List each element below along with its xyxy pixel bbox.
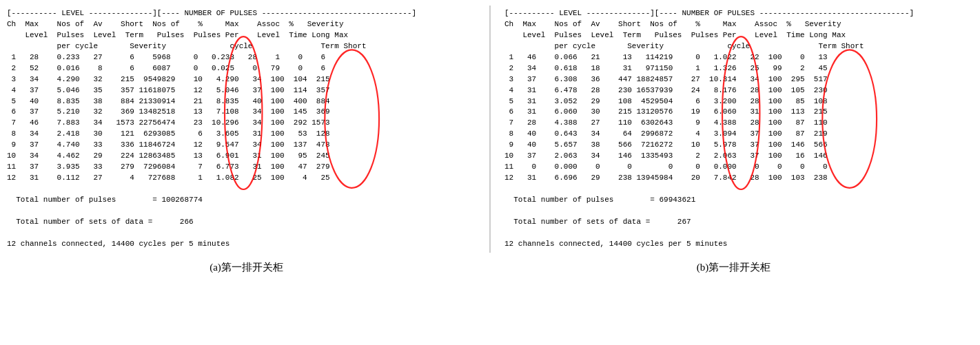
panel-a-col-header1: Ch Max Nos of Av Short Nos of % Max Asso…: [7, 20, 343, 28]
panel-b-row-8: 8 40 0.643 34 64 2996872 4 3.094 37 100 …: [504, 129, 828, 138]
caption-row: (a)第一排开关柜 (b)第一排开关柜: [3, 261, 977, 274]
panel-b-col-header3: per cycle Severity cycle Term Short: [504, 42, 864, 50]
panel-b: [---------- LEVEL --------------][---- N…: [500, 6, 977, 253]
panel-a-col-header2: Level Pulses Level Term Pulses Pulses Pe…: [7, 31, 348, 39]
panel-b-col-header1: Ch Max Nos of Av Short Nos of % Max Asso…: [504, 20, 841, 28]
panel-a-row-6: 6 37 5.210 32 369 13482518 13 7.108 34 1…: [7, 107, 330, 116]
panel-b-row-6: 6 31 6.060 30 215 13120576 19 6.060 31 1…: [504, 107, 828, 116]
panel-b-row-12: 12 31 6.696 29 238 13945984 20 7.842 28 …: [504, 174, 828, 182]
panel-a-row-7: 7 46 7.883 34 1573 22756474 23 10.296 34…: [7, 118, 330, 127]
panel-a-row-8: 8 34 2.418 30 121 6293085 6 3.605 31 100…: [7, 129, 330, 138]
panel-b-footer: 12 channels connected, 14400 cycles per …: [504, 240, 727, 248]
panel-a-row-2: 2 52 0.016 8 6 6087 0 0.025 0 79 0 6: [7, 64, 325, 72]
caption-a: (a)第一排开关柜: [3, 261, 490, 274]
panel-b-row-3: 3 37 6.308 36 447 18824857 27 10.314 34 …: [504, 75, 828, 83]
panel-a-footer: 12 channels connected, 14400 cycles per …: [7, 240, 229, 248]
caption-b: (b)第一排开关柜: [490, 261, 977, 274]
panel-b-col-header2: Level Pulses Level Term Pulses Pulses Pe…: [504, 31, 846, 39]
panel-a-row-3: 3 34 4.290 32 215 9549829 10 4.290 34 10…: [7, 75, 330, 83]
panel-divider: [489, 6, 491, 253]
panel-b-row-10: 10 37 2.063 34 146 1335493 2 2.063 37 10…: [504, 151, 828, 160]
panel-b-row-4: 4 31 6.478 28 230 16537939 24 8.176 28 1…: [504, 86, 828, 94]
panel-b-total-pulses-value: = 69943621: [650, 196, 695, 204]
panel-b-row-9: 9 40 5.657 38 566 7216272 10 5.978 37 10…: [504, 140, 828, 149]
panel-a-col-header3: per cycle Severity cycle Term Short: [7, 42, 367, 50]
panel-a-row-4: 4 37 5.046 35 357 11618075 12 5.046 37 1…: [7, 86, 330, 94]
panel-a-content: [---------- LEVEL --------------][---- N…: [7, 8, 476, 250]
panel-a-total-sets-value: 266: [180, 218, 194, 226]
panel-b-total-sets-value: 267: [677, 218, 691, 226]
panel-b-row-5: 5 31 3.052 29 108 4529504 6 3.200 28 100…: [504, 97, 828, 105]
panel-a-total-sets-label: Total number of sets of data =: [16, 218, 152, 226]
panel-a-row-10: 10 34 4.462 29 224 12863485 13 6.901 31 …: [7, 151, 330, 160]
panel-b-total-sets-label: Total number of sets of data =: [513, 218, 650, 226]
panel-a-row-5: 5 40 8.835 38 884 21330914 21 8.835 40 1…: [7, 97, 330, 105]
panel-b-row-2: 2 34 0.618 18 31 971150 1 1.326 25 99 2 …: [504, 64, 828, 72]
panel-a-row-9: 9 37 4.740 33 336 11846724 12 9.547 34 1…: [7, 140, 330, 149]
panel-a-total-pulses-value: = 100268774: [152, 196, 203, 204]
panel-b-content: [---------- LEVEL --------------][---- N…: [504, 8, 973, 250]
panel-a-row-1: 1 28 0.233 27 6 5968 0 0.233 28 1 0 6: [7, 53, 325, 61]
panel-a-header: [---------- LEVEL --------------][---- N…: [7, 9, 416, 17]
panel-b-header: [---------- LEVEL --------------][---- N…: [504, 9, 914, 17]
panel-b-row-7: 7 28 4.388 27 110 6302643 9 4.388 28 100…: [504, 118, 828, 127]
panel-a-total-pulses-label: Total number of pulses: [16, 196, 116, 204]
panel-b-row-1: 1 46 0.066 21 13 114219 0 1.022 22 100 0…: [504, 53, 828, 61]
panel-a-row-12: 12 31 0.112 27 4 727688 1 1.082 25 100 4…: [7, 174, 330, 182]
panel-a-row-11: 11 37 3.935 33 279 7296084 7 6.773 31 10…: [7, 163, 330, 171]
panel-a: [---------- LEVEL --------------][---- N…: [3, 6, 480, 253]
panel-b-total-pulses-label: Total number of pulses: [513, 196, 613, 204]
panels-container: [---------- LEVEL --------------][---- N…: [3, 6, 977, 253]
panel-b-row-11: 11 0 0.000 0 0 0 0 0.000 0 0 0 0: [504, 163, 828, 171]
